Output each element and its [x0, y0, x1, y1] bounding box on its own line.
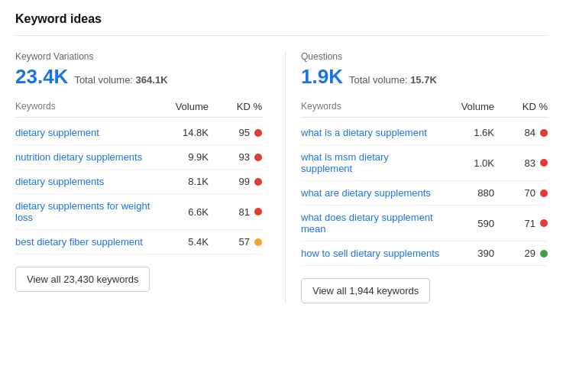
left-keyword-kd: 57	[209, 236, 262, 248]
right-table-row: what does dietary supplement mean 590 71	[301, 206, 548, 241]
right-header-volume: Volume	[441, 101, 494, 112]
kd-dot	[254, 208, 262, 215]
right-keyword-link[interactable]: how to sell dietary supplements	[301, 248, 441, 259]
left-section-label: Keyword Variations	[15, 51, 262, 62]
right-keyword-rows: what is a dietary supplement 1.6K 84 wha…	[301, 121, 548, 266]
left-keyword-volume: 5.4K	[155, 236, 209, 248]
main-container: Keyword ideas Keyword Variations 23.4K T…	[0, 0, 563, 316]
left-keyword-rows: dietary supplement 14.8K 95 nutrition di…	[15, 121, 262, 254]
kd-dot	[540, 129, 548, 137]
left-total-volume: Total volume: 364.1K	[74, 74, 167, 86]
keyword-variations-column: Keyword Variations 23.4K Total volume: 3…	[15, 51, 285, 303]
right-table-row: how to sell dietary supplements 390 29	[301, 241, 548, 266]
right-keyword-kd: 84	[494, 127, 548, 138]
kd-dot	[540, 159, 548, 167]
right-header-keywords: Keywords	[301, 101, 441, 112]
right-keyword-kd: 71	[494, 218, 548, 229]
left-keyword-link[interactable]: best dietary fiber supplement	[15, 236, 155, 248]
right-keyword-kd: 70	[494, 187, 548, 199]
kd-dot	[254, 238, 262, 246]
right-keyword-link[interactable]: what does dietary supplement mean	[301, 212, 441, 235]
right-header-kd: KD %	[494, 101, 548, 112]
kd-dot	[540, 219, 548, 227]
left-keyword-link[interactable]: dietary supplements for weight loss	[15, 200, 155, 223]
right-keyword-kd: 29	[494, 248, 548, 259]
right-keyword-volume: 390	[441, 248, 494, 259]
right-section-label: Questions	[301, 51, 548, 62]
right-keyword-volume: 1.0K	[441, 157, 494, 169]
left-big-number: 23.4K	[15, 65, 68, 89]
left-keyword-link[interactable]: nutrition dietary supplements	[15, 151, 155, 163]
right-keyword-link[interactable]: what are dietary supplements	[301, 187, 441, 199]
right-total-volume: Total volume: 15.7K	[349, 74, 437, 86]
right-table-header: Keywords Volume KD %	[301, 101, 548, 118]
left-keyword-volume: 6.6K	[155, 206, 209, 218]
left-header-volume: Volume	[155, 101, 209, 112]
left-view-all-button[interactable]: View all 23,430 keywords	[15, 267, 150, 292]
right-keyword-volume: 1.6K	[441, 127, 494, 138]
right-volume-row: 1.9K Total volume: 15.7K	[301, 65, 548, 89]
left-keyword-link[interactable]: dietary supplement	[15, 127, 155, 138]
questions-column: Questions 1.9K Total volume: 15.7K Keywo…	[285, 51, 548, 303]
left-keyword-volume: 9.9K	[155, 151, 209, 163]
right-keyword-kd: 83	[494, 157, 548, 169]
left-keyword-kd: 93	[209, 151, 262, 163]
kd-dot	[540, 250, 548, 258]
left-table-row: dietary supplements for weight loss 6.6K…	[15, 194, 262, 230]
right-keyword-volume: 590	[441, 218, 494, 229]
left-table-header: Keywords Volume KD %	[15, 101, 262, 118]
right-table-row: what is msm dietary supplement 1.0K 83	[301, 145, 548, 181]
left-keyword-link[interactable]: dietary supplements	[15, 176, 155, 187]
left-keyword-kd: 81	[209, 206, 262, 218]
right-keyword-volume: 880	[441, 187, 494, 199]
left-header-kd: KD %	[209, 101, 262, 112]
kd-dot	[254, 154, 262, 161]
kd-dot	[254, 178, 262, 186]
left-keyword-volume: 8.1K	[155, 176, 209, 187]
left-header-keywords: Keywords	[15, 101, 155, 112]
right-table-row: what are dietary supplements 880 70	[301, 181, 548, 206]
page-title: Keyword ideas	[15, 12, 548, 36]
left-table-row: dietary supplements 8.1K 99	[15, 170, 262, 194]
left-keyword-kd: 99	[209, 176, 262, 187]
right-table-row: what is a dietary supplement 1.6K 84	[301, 121, 548, 145]
right-view-all-button[interactable]: View all 1,944 keywords	[301, 278, 430, 303]
left-keyword-volume: 14.8K	[155, 127, 209, 138]
left-table-row: best dietary fiber supplement 5.4K 57	[15, 230, 262, 254]
left-volume-row: 23.4K Total volume: 364.1K	[15, 65, 262, 89]
left-table-row: nutrition dietary supplements 9.9K 93	[15, 145, 262, 170]
right-big-number: 1.9K	[301, 65, 343, 89]
left-keyword-kd: 95	[209, 127, 262, 138]
kd-dot	[254, 129, 262, 137]
right-keyword-link[interactable]: what is msm dietary supplement	[301, 151, 441, 174]
left-table-row: dietary supplement 14.8K 95	[15, 121, 262, 145]
kd-dot	[540, 190, 548, 197]
columns-layout: Keyword Variations 23.4K Total volume: 3…	[15, 51, 548, 303]
right-keyword-link[interactable]: what is a dietary supplement	[301, 127, 441, 138]
